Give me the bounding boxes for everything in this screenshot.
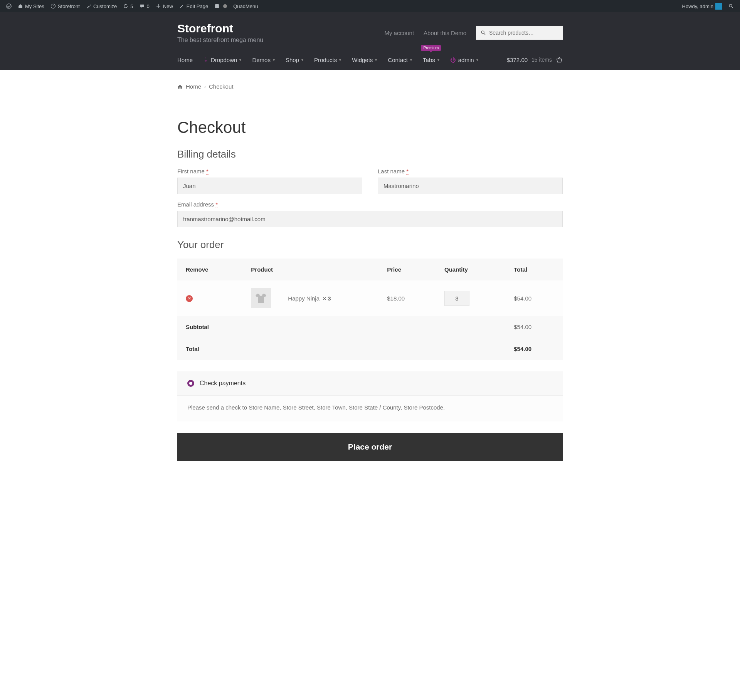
email-label: Email address * bbox=[177, 201, 563, 208]
nav-contact[interactable]: Contact▾ bbox=[388, 57, 412, 63]
chevron-down-icon: ▾ bbox=[410, 58, 412, 62]
cart-row: ✕ Happy Ninja × 3 $18.00 $54.00 bbox=[177, 280, 563, 316]
yoast-icon bbox=[214, 3, 220, 9]
pencil-icon bbox=[179, 3, 185, 9]
nav-tabs[interactable]: Premium Tabs▾ bbox=[423, 57, 439, 63]
search-input[interactable] bbox=[489, 30, 558, 36]
tshirt-icon bbox=[253, 290, 269, 306]
nav-shop[interactable]: Shop▾ bbox=[286, 57, 303, 63]
payment-box: Check payments Please send a check to St… bbox=[177, 371, 563, 421]
search-icon bbox=[481, 30, 486, 35]
total-value: $54.00 bbox=[505, 338, 563, 360]
basket-icon bbox=[556, 56, 563, 63]
total-label: Total bbox=[177, 338, 505, 360]
first-name-field-wrap: First name * bbox=[177, 168, 362, 194]
howdy-label: Howdy, admin bbox=[682, 3, 713, 9]
nav-home[interactable]: Home bbox=[177, 57, 193, 63]
nav-dropdown[interactable]: ⇣Dropdown▾ bbox=[204, 56, 241, 63]
quantity-input[interactable] bbox=[444, 291, 469, 306]
edit-page-label: Edit Page bbox=[187, 3, 208, 9]
page-title: Checkout bbox=[177, 118, 563, 137]
search-toggle[interactable] bbox=[725, 0, 737, 12]
masthead: Storefront The best storefront mega menu… bbox=[0, 12, 740, 70]
yoast-link[interactable] bbox=[211, 0, 230, 12]
place-order-button[interactable]: Place order bbox=[177, 433, 563, 461]
customize-link[interactable]: Customize bbox=[83, 0, 120, 12]
line-total: $54.00 bbox=[505, 280, 563, 316]
breadcrumb-home[interactable]: Home bbox=[186, 83, 201, 90]
status-dot-icon bbox=[223, 4, 227, 8]
svg-point-3 bbox=[729, 4, 732, 7]
my-sites-label: My Sites bbox=[25, 3, 44, 9]
nav-admin[interactable]: ⏻admin▾ bbox=[450, 57, 478, 63]
dropdown-deco-icon: ⇣ bbox=[204, 56, 209, 63]
dashboard-icon bbox=[50, 3, 56, 9]
updates-count: 5 bbox=[130, 3, 133, 9]
order-heading: Your order bbox=[177, 239, 563, 251]
subtotal-row: Subtotal $54.00 bbox=[177, 316, 563, 338]
email-input[interactable] bbox=[177, 211, 563, 227]
product-name[interactable]: Happy Ninja bbox=[288, 295, 320, 302]
payment-method-check[interactable]: Check payments bbox=[177, 371, 563, 395]
customize-label: Customize bbox=[93, 3, 117, 9]
new-link[interactable]: New bbox=[153, 0, 176, 12]
update-icon bbox=[123, 3, 128, 9]
svg-rect-2 bbox=[215, 4, 219, 8]
breadcrumb: Home › Checkout bbox=[177, 78, 563, 95]
about-demo-link[interactable]: About this Demo bbox=[424, 30, 466, 36]
new-label: New bbox=[163, 3, 173, 9]
payment-description: Please send a check to Store Name, Store… bbox=[177, 395, 563, 421]
last-name-input[interactable] bbox=[378, 178, 563, 194]
subtotal-value: $54.00 bbox=[505, 316, 563, 338]
remove-item-button[interactable]: ✕ bbox=[186, 295, 193, 302]
payment-method-label: Check payments bbox=[200, 380, 246, 387]
subtotal-label: Subtotal bbox=[177, 316, 505, 338]
power-icon: ⏻ bbox=[450, 57, 456, 63]
comments-count: 0 bbox=[147, 3, 150, 9]
product-thumbnail[interactable] bbox=[251, 288, 271, 308]
site-branding: Storefront The best storefront mega menu bbox=[177, 22, 263, 44]
howdy-link[interactable]: Howdy, admin bbox=[679, 0, 725, 12]
product-search[interactable] bbox=[476, 26, 563, 40]
product-price: $18.00 bbox=[378, 280, 436, 316]
cart-total: $372.00 bbox=[507, 57, 528, 63]
first-name-label: First name * bbox=[177, 168, 362, 175]
comments-link[interactable]: 0 bbox=[136, 0, 153, 12]
nav-demos[interactable]: Demos▾ bbox=[252, 57, 275, 63]
edit-page-link[interactable]: Edit Page bbox=[176, 0, 211, 12]
last-name-label: Last name * bbox=[378, 168, 563, 175]
premium-badge: Premium bbox=[421, 45, 441, 51]
cart-link[interactable]: $372.00 15 items bbox=[507, 56, 563, 63]
comment-icon bbox=[140, 3, 145, 9]
cart-items: 15 items bbox=[531, 57, 552, 63]
col-remove: Remove bbox=[177, 259, 242, 280]
last-name-field-wrap: Last name * bbox=[378, 168, 563, 194]
breadcrumb-sep: › bbox=[204, 84, 206, 89]
my-account-link[interactable]: My account bbox=[384, 30, 414, 36]
site-name-label: Storefront bbox=[58, 3, 80, 9]
order-table: Remove Product Price Quantity Total ✕ bbox=[177, 259, 563, 360]
site-title[interactable]: Storefront bbox=[177, 22, 263, 35]
wp-logo[interactable] bbox=[3, 0, 15, 12]
nav-products[interactable]: Products▾ bbox=[314, 57, 341, 63]
plus-icon bbox=[156, 3, 161, 9]
nav-widgets[interactable]: Widgets▾ bbox=[352, 57, 377, 63]
chevron-down-icon: ▾ bbox=[476, 58, 478, 62]
radio-selected-icon bbox=[187, 380, 194, 387]
brush-icon bbox=[86, 3, 91, 9]
chevron-down-icon: ▾ bbox=[301, 58, 303, 62]
wordpress-icon bbox=[6, 3, 12, 9]
required-mark: * bbox=[215, 201, 218, 208]
breadcrumb-current: Checkout bbox=[209, 83, 233, 90]
first-name-input[interactable] bbox=[177, 178, 362, 194]
my-sites-link[interactable]: My Sites bbox=[15, 0, 47, 12]
col-product: Product bbox=[242, 259, 378, 280]
updates-link[interactable]: 5 bbox=[120, 0, 136, 12]
billing-heading: Billing details bbox=[177, 148, 563, 160]
col-quantity: Quantity bbox=[436, 259, 505, 280]
main-nav: Home ⇣Dropdown▾ Demos▾ Shop▾ Products▾ W… bbox=[177, 56, 478, 63]
quadmenu-link[interactable]: QuadMenu bbox=[230, 0, 261, 12]
chevron-down-icon: ▾ bbox=[375, 58, 377, 62]
col-total: Total bbox=[505, 259, 563, 280]
site-name-link[interactable]: Storefront bbox=[47, 0, 83, 12]
